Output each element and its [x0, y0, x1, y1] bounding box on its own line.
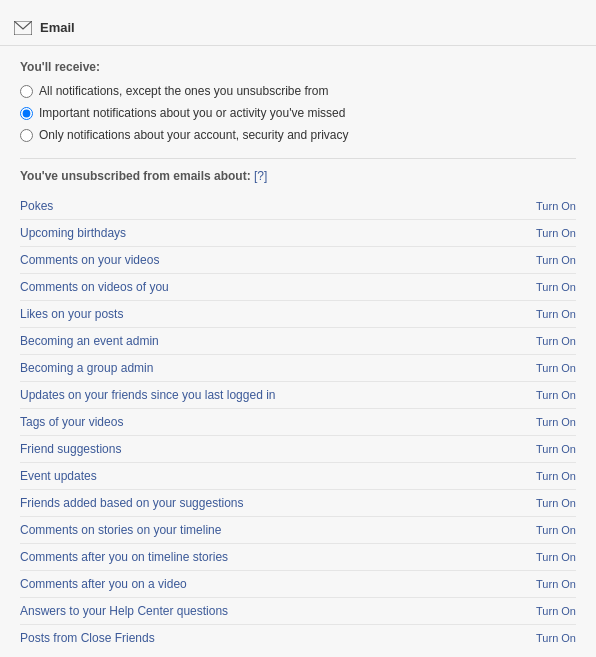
- list-item: Comments on your videosTurn On: [20, 247, 576, 274]
- item-label: Friends added based on your suggestions: [20, 496, 243, 510]
- turn-on-button[interactable]: Turn On: [536, 551, 576, 563]
- help-link[interactable]: [?]: [254, 169, 267, 183]
- item-label: Posts from Close Friends: [20, 631, 155, 645]
- receive-label: You'll receive:: [20, 60, 576, 74]
- list-item: Upcoming birthdaysTurn On: [20, 220, 576, 247]
- item-label: Friend suggestions: [20, 442, 121, 456]
- turn-on-button[interactable]: Turn On: [536, 254, 576, 266]
- list-item: Becoming a group adminTurn On: [20, 355, 576, 382]
- item-label: Likes on your posts: [20, 307, 123, 321]
- item-label: Event updates: [20, 469, 97, 483]
- item-label: Answers to your Help Center questions: [20, 604, 228, 618]
- turn-on-button[interactable]: Turn On: [536, 497, 576, 509]
- turn-on-button[interactable]: Turn On: [536, 227, 576, 239]
- turn-on-button[interactable]: Turn On: [536, 281, 576, 293]
- panel-header: Email: [0, 12, 596, 46]
- turn-on-button[interactable]: Turn On: [536, 335, 576, 347]
- list-item: Updates on your friends since you last l…: [20, 382, 576, 409]
- item-label: Becoming a group admin: [20, 361, 153, 375]
- radio-all-notifications[interactable]: [20, 85, 33, 98]
- notification-options: All notifications, except the ones you u…: [20, 84, 576, 142]
- panel-title: Email: [40, 20, 75, 35]
- turn-on-button[interactable]: Turn On: [536, 470, 576, 482]
- item-label: Comments on your videos: [20, 253, 159, 267]
- turn-on-button[interactable]: Turn On: [536, 200, 576, 212]
- list-item: PokesTurn On: [20, 193, 576, 220]
- turn-on-button[interactable]: Turn On: [536, 524, 576, 536]
- turn-on-button[interactable]: Turn On: [536, 632, 576, 644]
- item-label: Updates on your friends since you last l…: [20, 388, 276, 402]
- main-content: You'll receive: All notifications, excep…: [0, 46, 596, 657]
- list-item: Friend suggestionsTurn On: [20, 436, 576, 463]
- list-item: Comments on videos of youTurn On: [20, 274, 576, 301]
- list-item: Answers to your Help Center questionsTur…: [20, 598, 576, 625]
- item-label: Upcoming birthdays: [20, 226, 126, 240]
- unsubscribed-label: You've unsubscribed from emails about: […: [20, 169, 576, 183]
- radio-all-label[interactable]: All notifications, except the ones you u…: [39, 84, 329, 98]
- item-label: Comments on stories on your timeline: [20, 523, 221, 537]
- item-label: Becoming an event admin: [20, 334, 159, 348]
- turn-on-button[interactable]: Turn On: [536, 362, 576, 374]
- turn-on-button[interactable]: Turn On: [536, 605, 576, 617]
- turn-on-button[interactable]: Turn On: [536, 578, 576, 590]
- list-item: Comments after you on timeline storiesTu…: [20, 544, 576, 571]
- item-label: Comments on videos of you: [20, 280, 169, 294]
- list-item: Becoming an event adminTurn On: [20, 328, 576, 355]
- email-notifications-panel: Email You'll receive: All notifications,…: [0, 0, 596, 657]
- item-label: Tags of your videos: [20, 415, 123, 429]
- radio-only-notifications[interactable]: [20, 129, 33, 142]
- item-label: Pokes: [20, 199, 53, 213]
- item-label: Comments after you on timeline stories: [20, 550, 228, 564]
- radio-item-important[interactable]: Important notifications about you or act…: [20, 106, 576, 120]
- unsubscribed-list: PokesTurn OnUpcoming birthdaysTurn OnCom…: [20, 193, 576, 651]
- radio-item-all[interactable]: All notifications, except the ones you u…: [20, 84, 576, 98]
- turn-on-button[interactable]: Turn On: [536, 308, 576, 320]
- radio-important-notifications[interactable]: [20, 107, 33, 120]
- turn-on-button[interactable]: Turn On: [536, 416, 576, 428]
- email-icon: [14, 21, 32, 35]
- list-item: Comments on stories on your timelineTurn…: [20, 517, 576, 544]
- section-divider: [20, 158, 576, 159]
- turn-on-button[interactable]: Turn On: [536, 443, 576, 455]
- list-item: Comments after you on a videoTurn On: [20, 571, 576, 598]
- list-item: Likes on your postsTurn On: [20, 301, 576, 328]
- radio-important-label[interactable]: Important notifications about you or act…: [39, 106, 345, 120]
- item-label: Comments after you on a video: [20, 577, 187, 591]
- turn-on-button[interactable]: Turn On: [536, 389, 576, 401]
- list-item: Event updatesTurn On: [20, 463, 576, 490]
- list-item: Posts from Close FriendsTurn On: [20, 625, 576, 651]
- radio-only-label[interactable]: Only notifications about your account, s…: [39, 128, 349, 142]
- radio-item-only[interactable]: Only notifications about your account, s…: [20, 128, 576, 142]
- list-item: Friends added based on your suggestionsT…: [20, 490, 576, 517]
- list-item: Tags of your videosTurn On: [20, 409, 576, 436]
